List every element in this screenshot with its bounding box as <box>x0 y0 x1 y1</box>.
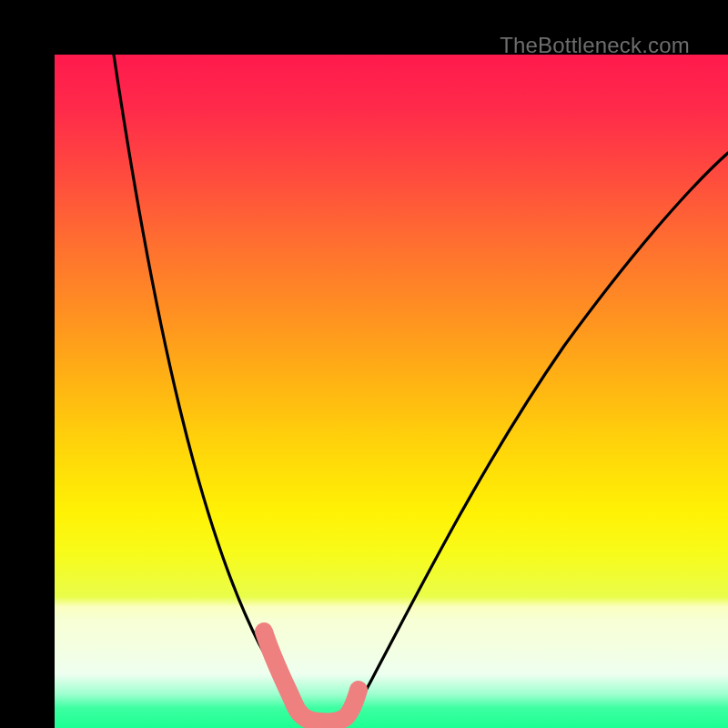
plot-area <box>55 55 728 728</box>
trough-highlight <box>264 632 359 722</box>
watermark-text: TheBottleneck.com <box>500 33 690 58</box>
curve-layer <box>55 55 728 728</box>
right-curve <box>344 153 728 721</box>
chart-frame: TheBottleneck.com <box>0 0 728 728</box>
left-curve <box>114 55 305 721</box>
